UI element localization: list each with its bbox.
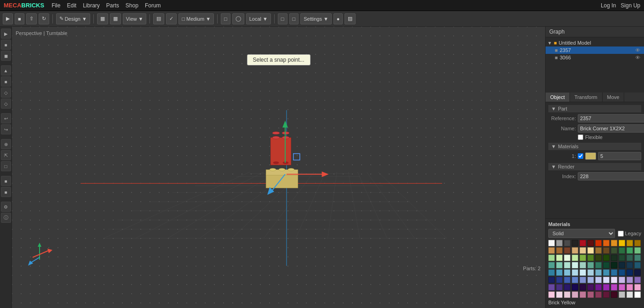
color-cell-85[interactable] [556,291,563,298]
eye-icon-2357[interactable]: 👁 [635,47,640,53]
color-cell-94[interactable] [627,291,633,298]
color-cell-64[interactable] [580,277,586,283]
color-cell-52[interactable] [580,269,586,276]
color-cell-21[interactable] [619,247,625,254]
cursor-tool[interactable]: ▶ [3,13,13,24]
color-cell-5[interactable] [587,240,594,246]
color-cell-24[interactable] [548,255,555,261]
color-cell-47[interactable] [634,262,641,268]
color-cell-8[interactable] [611,240,617,246]
color-cell-71[interactable] [634,277,641,283]
color-cell-41[interactable] [587,262,594,268]
index-input[interactable] [578,172,644,180]
nav-parts[interactable]: Parts [106,2,119,9]
color-cell-57[interactable] [619,269,625,276]
color-cell-4[interactable] [580,240,586,246]
nav-shop[interactable]: Shop [126,2,138,9]
color-cell-72[interactable] [548,284,555,291]
tab-object[interactable]: Object [546,93,570,102]
color-cell-12[interactable] [548,247,555,254]
select-tool[interactable]: ■ [15,13,24,24]
color-cell-75[interactable] [572,284,578,291]
info-lt-btn[interactable]: ⓘ [1,213,11,223]
color-cell-23[interactable] [634,247,641,254]
color-cell-16[interactable] [580,247,586,254]
annotate-lt-btn[interactable]: ■ [1,187,11,197]
color-cell-3[interactable] [572,240,578,246]
color-cell-59[interactable] [634,269,641,276]
color-cell-30[interactable] [595,255,602,261]
color-cell-69[interactable] [619,277,625,283]
color-cell-51[interactable] [572,269,578,276]
color-cell-0[interactable] [548,240,555,246]
color-cell-15[interactable] [572,247,578,254]
color-cell-58[interactable] [627,269,633,276]
color-cell-63[interactable] [572,277,578,283]
color-cell-28[interactable] [580,255,586,261]
color-cell-93[interactable] [619,291,625,298]
login-button[interactable]: Log In [601,2,616,9]
color-cell-89[interactable] [587,291,594,298]
layer-lt-btn[interactable]: ▲ [1,65,11,76]
color-cell-68[interactable] [611,277,617,283]
color-cell-40[interactable] [580,262,586,268]
color-cell-87[interactable] [572,291,578,298]
signup-button[interactable]: Sign Up [621,2,640,9]
coord-dropdown[interactable]: Local ▼ [246,13,271,24]
color-cell-46[interactable] [627,262,633,268]
color-cell-13[interactable] [556,247,563,254]
color-cell-92[interactable] [611,291,617,298]
color-cell-33[interactable] [619,255,625,261]
color-cell-78[interactable] [595,284,602,291]
undo-lt-btn[interactable]: ↩ [1,113,11,123]
color-cell-39[interactable] [572,262,578,268]
color-cell-44[interactable] [611,262,617,268]
color-cell-54[interactable] [595,269,602,276]
nav-forum[interactable]: Forum [145,2,161,9]
check-btn[interactable]: ✓ [166,13,177,24]
paint-lt-btn[interactable]: ◼ [1,51,11,61]
viewport[interactable]: Perspective | Turntable Select a snap po… [12,27,545,308]
settings-lt-btn[interactable]: ⚙ [1,202,11,212]
color-cell-38[interactable] [564,262,570,268]
color-cell-84[interactable] [548,291,555,298]
color-cell-27[interactable] [572,255,578,261]
nav-file[interactable]: File [52,2,60,9]
color-cell-86[interactable] [564,291,570,298]
color-cell-22[interactable] [627,247,633,254]
color-cell-73[interactable] [556,284,563,291]
color-cell-66[interactable] [595,277,602,283]
color-cell-45[interactable] [619,262,625,268]
color-cell-65[interactable] [587,277,594,283]
color-cell-79[interactable] [603,284,610,291]
coord-icon-btn[interactable]: □ [221,13,230,24]
color-cell-10[interactable] [627,240,633,246]
color-cell-20[interactable] [611,247,617,254]
nav-library[interactable]: Library [83,2,100,9]
color-cell-82[interactable] [627,284,633,291]
color-cell-61[interactable] [556,277,563,283]
material-checkbox[interactable] [578,153,583,159]
color-cell-14[interactable] [564,247,570,254]
color-cell-17[interactable] [587,247,594,254]
color-cell-55[interactable] [603,269,610,276]
screenshot-btn[interactable]: ▨ [345,13,356,24]
flexible-checkbox[interactable] [578,134,583,140]
edit-lt-btn[interactable]: ■ [1,76,11,87]
color-cell-2[interactable] [564,240,570,246]
snap-btn[interactable]: ▦ [97,13,108,24]
color-cell-88[interactable] [580,291,586,298]
color-cell-31[interactable] [603,255,610,261]
grid-snap-btn[interactable]: ▦ [110,13,121,24]
color-cell-9[interactable] [619,240,625,246]
color-cell-19[interactable] [603,247,610,254]
material-mode-dropdown[interactable]: Solid [548,229,615,238]
name-input[interactable] [578,124,644,133]
tree-root[interactable]: ▼ ■ Untitled Model [546,39,644,46]
color-cell-76[interactable] [580,284,586,291]
view3d-lt-btn[interactable]: □ [1,161,11,171]
color-cell-83[interactable] [634,284,641,291]
mode-dropdown[interactable]: ✎ Design ▼ [56,13,90,24]
color-cell-42[interactable] [595,262,602,268]
color-cell-74[interactable] [564,284,570,291]
